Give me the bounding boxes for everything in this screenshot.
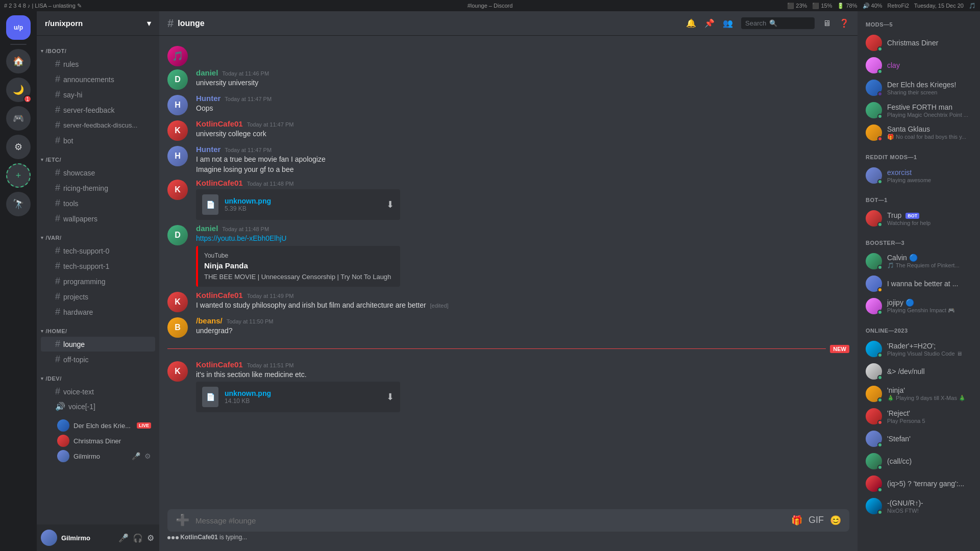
server-icon-2[interactable]: 🌙 1 [6,78,31,102]
status-indicator [877,222,883,227]
file-download-button[interactable]: ⬇ [386,199,394,210]
server-icon-4[interactable]: ⚙ [6,135,31,159]
channel-projects[interactable]: # projects [41,289,155,304]
add-attachment-button[interactable]: ➕ [176,514,189,527]
channel-wallpapers[interactable]: # wallpapers [41,211,155,226]
channel-voice-text[interactable]: # voice-text [41,384,155,399]
channel-off-topic[interactable]: # off-topic [41,352,155,367]
server-icon-unixporn[interactable]: u/p [6,15,31,40]
member-info: Calvin 🔵 🎵 The Requiem of Pinkert... [887,254,960,269]
server-name: r/unixporn [45,19,83,28]
channel-rules[interactable]: # rules [41,57,155,71]
bot-section: BOT—1 Trup BOT Watching for help [862,195,976,230]
message-input[interactable] [195,511,785,530]
member-subtext: Watching for help [887,220,930,226]
explore-button[interactable]: 🔭 [6,192,31,216]
list-item[interactable]: Calvin 🔵 🎵 The Requiem of Pinkert... [862,250,976,272]
search-label: Search [745,19,766,27]
list-item[interactable]: jojipy 🔵 Playing Genshin Impact 🎮 [862,295,976,317]
channel-announcements[interactable]: # announcements [41,72,155,87]
member-avatar [866,57,882,73]
settings-gear-icon[interactable]: ⚙ [146,532,155,544]
member-avatar [866,167,882,184]
search-icon: 🔍 [769,19,777,27]
category-boot[interactable]: ▾ /BOOT/ [37,40,159,56]
list-item[interactable]: 'Stefan' [862,428,976,450]
hash-icon: # [55,89,60,100]
list-item[interactable]: exorcist Playing awesome [862,164,976,187]
channel-server-feedback-discus[interactable]: # server-feedback-discus... [41,118,155,133]
list-item[interactable]: Christmas Diner [862,32,976,54]
channel-name: wallpapers [63,215,151,223]
list-item[interactable]: Festive FORTH man Playing Magic Onechtri… [862,99,976,121]
embed-title: Ninja Panda [204,261,394,270]
list-item[interactable]: I wanna be better at ... [862,272,976,295]
headphone-icon[interactable]: 🎧 [132,532,144,544]
list-item[interactable]: 'ninja' 🎄 Playing 9 days till X-Mas 🎄 [862,383,976,405]
hash-icon: # [55,198,60,209]
member-name: -(GNU/R↑)- [887,499,923,507]
channel-tech-support-0[interactable]: # tech-support-0 [41,243,155,258]
message-author: daniel [196,224,218,233]
voice-user-avatar [57,450,69,462]
file-size: 5.39 KB [225,205,380,212]
category-dev[interactable]: ▾ /DEV/ [37,367,159,384]
channel-hardware[interactable]: # hardware [41,305,155,319]
category-var[interactable]: ▾ /VAR/ [37,227,159,243]
mic-icon[interactable]: 🎤 [117,532,130,544]
help-icon[interactable]: ❓ [839,18,849,28]
add-server-button[interactable]: + [6,163,31,188]
channel-bot[interactable]: # bot [41,133,155,148]
channel-showcase[interactable]: # showcase [41,165,155,180]
channel-tech-support-1[interactable]: # tech-support-1 [41,259,155,273]
category-label: /VAR/ [46,235,62,241]
message-time: Today at 11:47 PM [247,121,294,128]
list-item[interactable]: -(GNU/R↑)- NixOS FTW! [862,495,976,517]
chat-search-bar[interactable]: Search 🔍 [741,17,815,29]
list-item[interactable]: Santa Gklaus 🎁 No coal for bad boys this… [862,121,976,144]
channel-say-hi[interactable]: # say-hi [41,87,155,102]
channel-name: lounge [63,340,151,348]
member-name: Santa Gklaus [887,125,966,133]
member-name: (iq>5) ? 'ternary gang':... [887,480,964,488]
notification-bell-icon[interactable]: 🔔 [686,18,696,28]
inbox-icon[interactable]: 🖥 [823,19,831,28]
member-avatar [866,80,882,96]
list-item[interactable]: 'Rader'+=H2O'; Playing Visual Studio Cod… [862,338,976,360]
list-item[interactable]: (call/cc) [862,450,976,472]
channel-tools[interactable]: # tools [41,196,155,211]
list-item[interactable]: Der Elch des Krieges! Sharing their scre… [862,77,976,99]
message-time: Today at 11:49 PM [247,293,294,299]
member-info: Santa Gklaus 🎁 No coal for bad boys this… [887,125,966,140]
online-section: ONLINE—2023 'Rader'+=H2O'; Playing Visua… [862,325,976,517]
channel-ricing-theming[interactable]: # ricing-theming [41,181,155,195]
status-indicator [877,420,883,425]
chat-channel-name: # lounge [167,17,205,30]
message-header: /beans/ Today at 11:50 PM [196,316,849,325]
members-icon[interactable]: 👥 [723,18,733,28]
member-name: Calvin 🔵 [887,254,960,262]
list-item[interactable]: clay [862,54,976,77]
list-item[interactable]: (iq>5) ? 'ternary gang':... [862,472,976,495]
user-controls[interactable]: 🎤 🎧 ⚙ [117,532,155,544]
gif-icon[interactable]: GIF [808,515,824,526]
embed-description: THE BEE MOVIE | Unnecessary Censorship |… [204,273,394,281]
channel-lounge[interactable]: # lounge [41,337,155,352]
server-icon-3[interactable]: 🎮 [6,106,31,131]
channel-server-feedback[interactable]: # server-feedback [41,103,155,117]
file-download-button[interactable]: ⬇ [386,391,394,403]
pin-icon[interactable]: 📌 [704,18,715,28]
list-item[interactable]: Trup BOT Watching for help [862,207,976,230]
youtube-link[interactable]: https://youtu.be/-xEbh0ElhjU [196,234,286,242]
server-icon-1[interactable]: 🏠 [6,49,31,73]
server-header[interactable]: r/unixporn ▾ [37,11,159,36]
channel-voice-minus1[interactable]: 🔊 voice[-1] [41,399,155,413]
channel-programming[interactable]: # programming [41,274,155,289]
category-home[interactable]: ▾ /HOME/ [37,320,159,336]
avatar: D [167,69,188,90]
list-item[interactable]: &> /dev/null [862,360,976,383]
gift-icon[interactable]: 🎁 [791,515,802,526]
list-item[interactable]: 'Reject' Play Persona 5 [862,405,976,428]
emoji-icon[interactable]: 😊 [830,515,841,526]
category-etc[interactable]: ▾ /ETC/ [37,148,159,165]
